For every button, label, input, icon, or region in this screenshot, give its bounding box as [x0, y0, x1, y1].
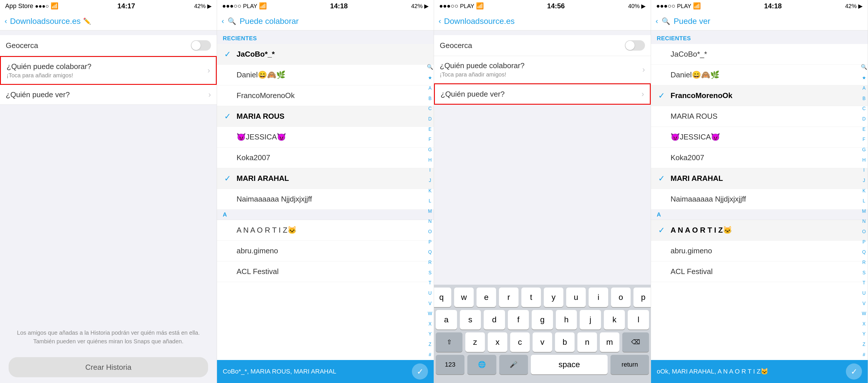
idx-r-4[interactable]: R: [862, 260, 866, 265]
idx-m-4[interactable]: M: [862, 209, 866, 214]
idx-a-4[interactable]: A: [863, 86, 866, 91]
idx-i-4[interactable]: I: [863, 168, 865, 173]
key-l[interactable]: l: [628, 310, 649, 329]
idx-g-4[interactable]: G: [862, 147, 866, 152]
contact-jacobo-2[interactable]: ✓ JaCoBo*_*: [217, 44, 434, 65]
idx-v[interactable]: V: [429, 301, 432, 306]
idx-t[interactable]: T: [429, 281, 431, 286]
key-t[interactable]: t: [521, 288, 541, 307]
idx-search-4[interactable]: 🔍: [861, 64, 867, 70]
back-button-1[interactable]: ‹: [5, 17, 7, 26]
confirm-button-2[interactable]: ✓: [412, 363, 428, 380]
idx-v-4[interactable]: V: [863, 301, 866, 306]
idx-d-4[interactable]: D: [862, 116, 866, 122]
contact-jessica-4[interactable]: 😈JESSICA😈: [651, 127, 868, 148]
key-o[interactable]: o: [611, 288, 630, 307]
idx-p[interactable]: P: [429, 239, 432, 245]
key-u[interactable]: u: [566, 288, 586, 307]
idx-l-4[interactable]: L: [863, 198, 865, 204]
contact-acl-4[interactable]: ACL Festival: [651, 261, 868, 282]
idx-e[interactable]: E: [429, 127, 432, 132]
idx-k[interactable]: K: [429, 188, 432, 194]
key-return[interactable]: return: [611, 355, 649, 374]
key-space[interactable]: space: [531, 355, 608, 374]
contact-maria-4[interactable]: MARIA ROUS: [651, 106, 868, 127]
key-w[interactable]: w: [454, 288, 474, 307]
contact-maria-2[interactable]: ✓ MARIA ROUS: [217, 106, 434, 127]
key-123[interactable]: 123: [436, 355, 464, 374]
key-f[interactable]: f: [508, 310, 529, 329]
idx-y-4[interactable]: Y: [863, 331, 866, 337]
idx-c[interactable]: C: [428, 106, 432, 111]
geocerca-toggle-3[interactable]: [625, 40, 645, 51]
idx-q-4[interactable]: Q: [862, 249, 866, 255]
idx-w[interactable]: W: [428, 311, 432, 316]
key-i[interactable]: i: [589, 288, 608, 307]
idx-k-4[interactable]: K: [863, 188, 866, 194]
idx-j[interactable]: J: [429, 178, 431, 183]
key-s[interactable]: s: [460, 310, 481, 329]
contact-franco-4[interactable]: ✓ FrancoMorenoOk: [651, 85, 868, 106]
key-m[interactable]: m: [600, 332, 619, 352]
contact-daniel-4[interactable]: Daniel😄🙈🌿: [651, 65, 868, 85]
idx-n[interactable]: N: [428, 219, 432, 224]
key-c[interactable]: c: [510, 332, 530, 352]
contact-ana-4[interactable]: ✓ A N A O R T I Z🐱: [651, 220, 868, 241]
idx-star-4[interactable]: ★: [862, 75, 866, 81]
idx-d[interactable]: D: [428, 116, 432, 122]
contact-jessica-2[interactable]: 😈JESSICA😈: [217, 127, 434, 148]
key-k[interactable]: k: [604, 310, 625, 329]
key-mic[interactable]: 🎤: [499, 355, 528, 374]
idx-s[interactable]: S: [429, 270, 432, 275]
idx-h[interactable]: H: [428, 157, 432, 163]
idx-star[interactable]: ★: [428, 75, 432, 81]
idx-hash[interactable]: #: [429, 352, 431, 357]
key-b[interactable]: b: [555, 332, 575, 352]
idx-j-4[interactable]: J: [863, 178, 865, 183]
key-a[interactable]: a: [436, 310, 457, 329]
idx-x[interactable]: X: [429, 321, 432, 327]
key-j[interactable]: j: [580, 310, 601, 329]
key-backspace[interactable]: ⌫: [622, 332, 649, 352]
idx-a[interactable]: A: [429, 86, 432, 91]
idx-h-4[interactable]: H: [862, 157, 866, 163]
confirm-button-4[interactable]: ✓: [846, 363, 862, 380]
contact-abru-4[interactable]: abru.gimeno: [651, 241, 868, 261]
idx-w-4[interactable]: W: [862, 311, 866, 316]
contact-mari-2[interactable]: ✓ MARI ARAHAL: [217, 168, 434, 189]
quien-ver-row-1[interactable]: ¿Quién puede ver? ›: [0, 85, 217, 105]
idx-y[interactable]: Y: [429, 331, 432, 337]
contact-acl-2[interactable]: ACL Festival: [217, 261, 434, 282]
idx-t-4[interactable]: T: [863, 281, 865, 286]
key-g[interactable]: g: [532, 310, 553, 329]
idx-f[interactable]: F: [429, 137, 431, 142]
idx-f-4[interactable]: F: [863, 137, 865, 142]
search-placeholder-2[interactable]: Puede colaborar: [240, 17, 299, 26]
key-x[interactable]: x: [488, 332, 507, 352]
idx-q[interactable]: Q: [428, 249, 432, 255]
idx-x-4[interactable]: X: [863, 321, 866, 327]
back-button-3[interactable]: ‹: [439, 17, 441, 26]
quien-colaborar-row-3[interactable]: ¿Quién puede colaborar? ¡Toca para añadi…: [434, 56, 651, 83]
idx-l[interactable]: L: [429, 198, 431, 204]
idx-z-4[interactable]: Z: [863, 342, 865, 347]
contact-koka-2[interactable]: Koka2007: [217, 148, 434, 168]
key-e[interactable]: e: [476, 288, 496, 307]
idx-s-4[interactable]: S: [863, 270, 866, 275]
idx-g[interactable]: G: [428, 147, 432, 152]
idx-u-4[interactable]: U: [862, 291, 866, 296]
crear-historia-button-1[interactable]: Crear Historia: [9, 357, 208, 377]
idx-z[interactable]: Z: [429, 342, 431, 347]
key-n[interactable]: n: [578, 332, 597, 352]
key-v[interactable]: v: [533, 332, 552, 352]
back-button-2[interactable]: ‹: [222, 17, 224, 26]
key-shift[interactable]: ⇧: [436, 332, 462, 352]
contact-naima-2[interactable]: Naimaaaaaa Njjdjxjxjjff: [217, 189, 434, 210]
idx-r[interactable]: R: [428, 260, 432, 265]
key-d[interactable]: d: [484, 310, 505, 329]
idx-n-4[interactable]: N: [862, 219, 866, 224]
contact-mari-4[interactable]: ✓ MARI ARAHAL: [651, 168, 868, 189]
idx-o-4[interactable]: O: [862, 229, 866, 234]
idx-search[interactable]: 🔍: [427, 64, 433, 70]
contact-jacobo-4[interactable]: JaCoBo*_*: [651, 44, 868, 65]
